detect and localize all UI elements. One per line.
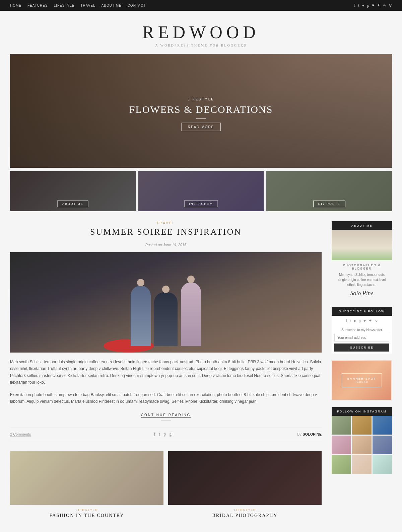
instagram-widget: FOLLOW ON INSTAGRAM — [332, 407, 392, 474]
ig-cell-5[interactable] — [352, 436, 372, 454]
panel-instagram[interactable]: INSTAGRAM — [138, 171, 264, 211]
pinterest-icon[interactable]: p — [367, 3, 369, 8]
newsletter-section: Subscribe to my Newsletter SUBSCRIBE — [332, 326, 392, 354]
subscribe-button[interactable]: SUBSCRIBE — [334, 344, 389, 352]
silhouette-2 — [154, 292, 178, 346]
hero-read-more-button[interactable]: READ MORE — [182, 123, 221, 131]
hero-category: LIFESTYLE — [129, 97, 273, 101]
nav-features[interactable]: FEATURES — [27, 4, 48, 7]
share-facebook-icon[interactable]: f — [154, 432, 156, 437]
grid-post-bridal-category: LIFESTYLE — [168, 508, 322, 512]
panel-instagram-label: INSTAGRAM — [184, 201, 218, 207]
silhouettes — [131, 282, 201, 346]
panel-diy[interactable]: DIY POSTS — [266, 171, 392, 211]
instagram-icon[interactable]: ● — [362, 3, 364, 8]
email-input[interactable] — [334, 334, 389, 341]
ig-cell-1[interactable] — [332, 416, 351, 435]
banner-size: 300×250 — [347, 380, 377, 384]
content-wrapper: TRAVEL SUMMER SOIREE INSPIRATION Posted … — [0, 221, 402, 518]
share-google-icon[interactable]: g+ — [169, 432, 174, 437]
about-photo — [332, 230, 392, 260]
nav-contact[interactable]: CONTACT — [128, 4, 146, 7]
post-body-2: Exercitation photo booth stumptown tote … — [10, 391, 322, 405]
sub-pinterest-icon[interactable]: p — [359, 318, 361, 323]
nav-home[interactable]: HOME — [10, 4, 21, 7]
subscribe-widget-title: SUBSCRIBE & FOLLOW — [332, 307, 392, 316]
share-twitter-icon[interactable]: t — [159, 432, 160, 437]
ig-cell-6[interactable] — [373, 436, 392, 454]
continue-reading-link[interactable]: CONTINUE READING — [141, 413, 191, 418]
hero-background: LIFESTYLE FLOWERS & DECORATIONS READ MOR… — [10, 54, 392, 168]
featured-post: TRAVEL SUMMER SOIREE INSPIRATION Posted … — [10, 221, 322, 441]
sidebar: ABOUT ME PHOTOGRAPHER & BLOGGER Meh synt… — [332, 221, 392, 518]
instagram-widget-title: FOLLOW ON INSTAGRAM — [332, 407, 392, 416]
about-description: PHOTOGRAPHER & BLOGGER Meh synth Schlitz… — [332, 260, 392, 300]
social-share: f t p g+ — [154, 432, 174, 437]
grid-post-fashion: LIFESTYLE FASHION IN THE COUNTRY — [10, 451, 163, 518]
instagram-grid — [332, 416, 392, 474]
rss-icon[interactable]: ∿ — [383, 3, 386, 8]
ig-cell-7[interactable] — [332, 455, 351, 474]
hero-section: LIFESTYLE FLOWERS & DECORATIONS READ MOR… — [10, 54, 392, 168]
grid-post-fashion-category: LIFESTYLE — [10, 508, 163, 512]
post-divider — [161, 240, 171, 240]
feature-panels: ABOUT ME INSTAGRAM DIY POSTS — [10, 171, 392, 211]
sub-twitter-icon[interactable]: t — [350, 318, 351, 323]
twitter-icon[interactable]: t — [358, 3, 359, 8]
posts-grid: LIFESTYLE FASHION IN THE COUNTRY LIFESTY… — [10, 451, 322, 518]
nav-links: HOME FEATURES LIFESTYLE TRAVEL ABOUT ME … — [10, 4, 146, 7]
search-icon[interactable]: ⚲ — [389, 3, 392, 8]
grid-post-fashion-title: FASHION IN THE COUNTRY — [10, 513, 163, 518]
subtitle-pre: A WORDPRESS THEME — [155, 44, 209, 47]
grid-post-bridal-image — [168, 451, 322, 505]
banner-spot[interactable]: BANNER SPOT 300×250 — [332, 360, 392, 400]
site-title: REDWOOD — [0, 22, 402, 42]
panel-diy-label: DIY POSTS — [313, 201, 345, 207]
nav-travel[interactable]: TRAVEL — [80, 4, 95, 7]
hero-text: LIFESTYLE FLOWERS & DECORATIONS READ MOR… — [129, 97, 273, 131]
banner-inner: BANNER SPOT 300×250 — [342, 373, 382, 387]
grid-post-fashion-image — [10, 451, 163, 505]
sub-heart-icon[interactable]: ♥ — [363, 318, 366, 323]
hero-title: FLOWERS & DECORATIONS — [129, 104, 273, 115]
continue-reading-section: CONTINUE READING — [10, 411, 322, 421]
top-navigation: HOME FEATURES LIFESTYLE TRAVEL ABOUT ME … — [0, 0, 402, 11]
heart-icon[interactable]: ♥ — [372, 3, 374, 8]
sub-facebook-icon[interactable]: f — [346, 318, 347, 323]
sub-rss-icon[interactable]: ∿ — [375, 318, 378, 323]
site-header: REDWOOD A WORDPRESS THEME for BLOGGERS — [0, 11, 402, 54]
ig-cell-3[interactable] — [373, 416, 392, 435]
post-footer: 2 Comments f t p g+ By SOLOPINE — [10, 427, 322, 441]
newsletter-label: Subscribe to my Newsletter — [334, 328, 389, 332]
post-image-inner — [10, 252, 322, 353]
subscribe-icons: f t ● p ♥ ✦ ∿ — [332, 316, 392, 326]
subtitle-post: BLOGGERS — [219, 44, 247, 47]
post-author: By SOLOPINE — [297, 432, 322, 436]
post-featured-image — [10, 252, 322, 353]
panel-about[interactable]: ABOUT ME — [10, 171, 136, 211]
sub-star-icon[interactable]: ✦ — [368, 318, 372, 323]
ig-cell-8[interactable] — [352, 455, 372, 474]
about-role: PHOTOGRAPHER & BLOGGER — [334, 263, 389, 270]
post-category: TRAVEL — [10, 221, 322, 225]
banner-text: BANNER SPOT — [347, 377, 377, 380]
site-subtitle: A WORDPRESS THEME for BLOGGERS — [0, 44, 402, 47]
ig-cell-4[interactable] — [332, 436, 351, 454]
about-widget-title: ABOUT ME — [332, 221, 392, 230]
ig-cell-2[interactable] — [352, 416, 372, 435]
silhouette-1 — [131, 286, 151, 346]
star-icon[interactable]: ✦ — [377, 3, 380, 8]
sub-instagram-icon[interactable]: ● — [353, 318, 356, 323]
comments-link[interactable]: 2 Comments — [10, 432, 31, 437]
continue-divider — [161, 420, 171, 421]
share-pinterest-icon[interactable]: p — [163, 432, 166, 437]
nav-about-me[interactable]: ABOUT ME — [102, 4, 122, 7]
author-name: SOLOPINE — [303, 432, 322, 436]
facebook-icon[interactable]: f — [354, 3, 355, 8]
post-title: SUMMER SOIREE INSPIRATION — [10, 227, 322, 237]
subtitle-italic: for — [210, 44, 219, 47]
nav-lifestyle[interactable]: LIFESTYLE — [54, 4, 75, 7]
grid-post-bridal-title: BRIDAL PHOTOGRAPHY — [168, 513, 322, 518]
ig-cell-9[interactable] — [373, 455, 392, 474]
hero-divider — [196, 119, 206, 119]
